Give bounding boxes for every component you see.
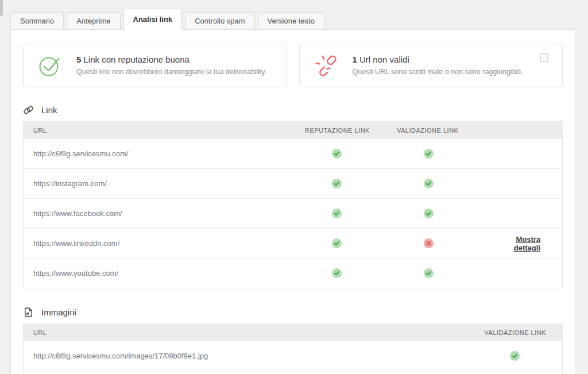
tab-bar: Sommario Anteprime Analisi link Controll… — [10, 0, 588, 29]
column-header-reputation: REPUTAZIONE LINK — [305, 127, 397, 134]
validation-badge — [397, 209, 460, 218]
invalid-urls-subtitle: Questi URL sono scritti male o non sono … — [353, 68, 523, 76]
window-edge-artifact — [0, 0, 3, 16]
check-icon — [332, 238, 342, 248]
link-section-header: Link — [23, 105, 563, 115]
validation-badge — [397, 268, 460, 278]
link-table-row: https://www.linkeddn.com/ Mostra dettagl… — [24, 229, 562, 259]
invalid-urls-card: 1 Url non validi Questi URL sono scritti… — [299, 44, 563, 87]
link-table-row: https://www.youtube.com/ — [24, 259, 562, 288]
validation-badge — [397, 179, 460, 188]
good-links-subtitle: Questi link non dovrebbero danneggiare l… — [76, 68, 266, 76]
tab-controllo-spam[interactable]: Controllo spam — [185, 12, 254, 30]
good-links-title: 5 Link con reputazione buona — [76, 55, 266, 65]
reputation-badge — [305, 268, 368, 278]
link-table-header: URL REPUTAZIONE LINK VALIDAZIONE LINK — [24, 122, 562, 139]
check-icon — [332, 209, 342, 218]
reputation-badge — [305, 209, 368, 218]
validation-badge — [397, 149, 460, 159]
check-circle-icon — [38, 54, 61, 77]
tab-label: Analisi link — [133, 15, 173, 24]
images-table: URL VALIDAZIONE LINK http://c6f8g.servic… — [23, 323, 563, 374]
column-header-url: URL — [24, 127, 305, 134]
check-icon — [424, 149, 434, 159]
check-icon — [332, 268, 342, 278]
next-row-partial — [24, 371, 562, 374]
tab-label: Anteprime — [76, 17, 110, 25]
images-table-header: URL VALIDAZIONE LINK — [24, 324, 562, 341]
images-table-body: http://c6f8g.servicesmu.com/images/17/09… — [24, 341, 562, 371]
check-icon — [332, 149, 342, 159]
show-details-link[interactable]: Mostra dettagli — [514, 235, 540, 252]
validation-badge — [483, 351, 546, 361]
invalid-urls-title: 1 Url non validi — [353, 55, 523, 65]
check-icon — [332, 179, 342, 188]
link-table-row: https://instagram.com/ — [24, 169, 562, 199]
check-icon — [424, 268, 434, 278]
column-header-url: URL — [24, 329, 467, 336]
image-file-icon — [23, 307, 34, 318]
check-icon — [424, 179, 434, 188]
validation-badge — [397, 238, 460, 248]
invalid-urls-count: 1 — [353, 55, 357, 64]
link-url: https://instagram.com/ — [24, 179, 305, 188]
good-links-title-text: Link con reputazione buona — [84, 55, 189, 64]
link-url: https://www.facebook.com/ — [24, 209, 305, 218]
link-table-row: http://c6f8g.servicesmu.com/ — [24, 139, 562, 169]
image-url: http://c6f8g.servicesmu.com/images/17/09… — [24, 352, 467, 360]
link-table: URL REPUTAZIONE LINK VALIDAZIONE LINK ht… — [23, 121, 563, 288]
link-section-title: Link — [41, 105, 57, 115]
good-links-card: 5 Link con reputazione buona Questi link… — [23, 44, 287, 87]
column-header-validation: VALIDAZIONE LINK — [467, 329, 562, 336]
tab-label: Controllo spam — [195, 17, 245, 25]
link-url: https://www.youtube.com/ — [24, 269, 305, 277]
tab-analisi-link[interactable]: Analisi link — [123, 9, 183, 30]
invalid-urls-checkbox[interactable] — [540, 53, 548, 62]
image-table-row: http://c6f8g.servicesmu.com/images/17/09… — [24, 341, 562, 371]
invalid-urls-title-text: Url non validi — [359, 55, 409, 64]
summary-cards: 5 Link con reputazione buona Questi link… — [23, 44, 563, 87]
link-url: https://www.linkeddn.com/ — [24, 239, 305, 248]
link-table-row: https://www.facebook.com/ — [24, 199, 562, 229]
analysis-panel: 5 Link con reputazione buona Questi link… — [10, 29, 575, 374]
tab-anteprime[interactable]: Anteprime — [67, 12, 120, 30]
column-header-validation: VALIDAZIONE LINK — [397, 127, 489, 134]
tab-label: Versione testo — [268, 17, 315, 25]
tab-label: Sommario — [20, 17, 54, 25]
images-section-title: Immagini — [41, 307, 76, 317]
x-icon — [424, 238, 434, 248]
images-section-header: Immagini — [23, 307, 563, 318]
good-links-count: 5 — [76, 55, 81, 64]
check-icon — [510, 351, 520, 361]
tab-sommario[interactable]: Sommario — [10, 12, 64, 30]
reputation-badge — [305, 238, 368, 248]
reputation-badge — [305, 179, 368, 188]
broken-link-icon — [315, 54, 338, 77]
tab-versione-testo[interactable]: Versione testo — [258, 12, 324, 30]
invalid-urls-text: 1 Url non validi Questi URL sono scritti… — [353, 55, 523, 76]
link-icon — [23, 105, 34, 115]
link-url: http://c6f8g.servicesmu.com/ — [24, 149, 305, 158]
check-icon — [424, 209, 434, 218]
good-links-text: 5 Link con reputazione buona Questi link… — [76, 55, 266, 76]
reputation-badge — [305, 149, 368, 159]
link-table-body: http://c6f8g.servicesmu.com/ https://ins… — [24, 139, 562, 288]
